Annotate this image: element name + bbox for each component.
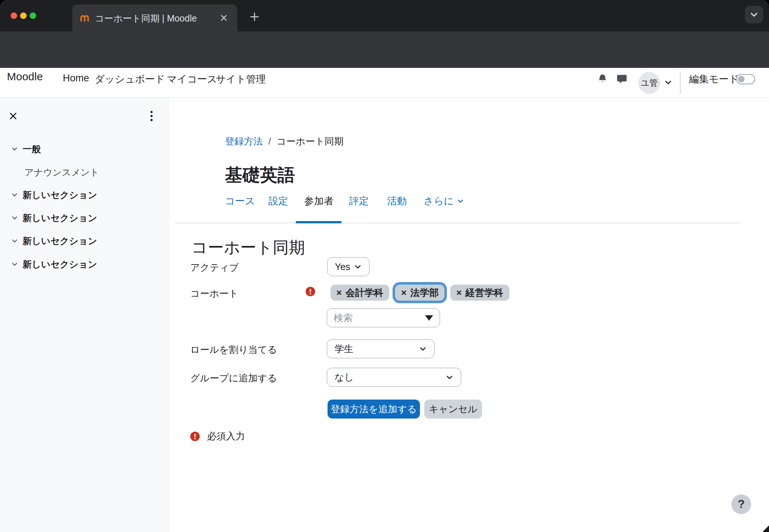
nav-site-admin[interactable]: サイト管理 (216, 73, 266, 86)
window-corner-artifact (762, 525, 769, 532)
drawer-menu-icon[interactable] (149, 110, 154, 122)
tabs-underline (175, 223, 741, 223)
tab-search-button[interactable] (745, 6, 763, 23)
moodle-favicon-icon (80, 13, 90, 23)
cohort-search-placeholder: 検索 (334, 312, 353, 324)
assign-role-value: 学生 (334, 343, 353, 355)
assign-role-label: ロールを割り当てる (190, 343, 277, 356)
nav-home[interactable]: Home (63, 73, 89, 84)
active-select-value: Yes (335, 261, 350, 273)
sidebar-item-section-4[interactable]: 新しいセクション (0, 258, 169, 270)
sidebar-item-general[interactable]: 一般 (0, 143, 169, 155)
tab-title: コーホート同期 | Moodle (95, 12, 197, 24)
cohort-tag-label: 法学部 (410, 286, 439, 299)
cohort-tag-label: 会計学科 (345, 286, 383, 299)
main-region: 登録方法 / コーホート同期 基礎英語 コース 設定 参加者 評定 活動 さらに… (169, 98, 769, 532)
window-close-button[interactable] (11, 12, 17, 19)
messages-icon[interactable] (616, 73, 627, 84)
drawer-close-icon[interactable] (9, 112, 18, 120)
tab-more[interactable]: さらに (424, 194, 464, 208)
sidebar-item-section-2[interactable]: 新しいセクション (0, 212, 169, 224)
sidebar-item-announcements[interactable]: アナウンスメント (0, 166, 169, 178)
tab-settings[interactable]: 設定 (268, 194, 288, 208)
active-label: アクティブ (190, 261, 239, 274)
form-heading: コーホート同期 (191, 237, 305, 258)
required-note: 必須入力 (190, 430, 245, 443)
dropdown-arrow-icon[interactable] (425, 315, 433, 321)
cohort-tag-label: 経営学科 (466, 286, 504, 299)
sidebar-item-section-1[interactable]: 新しいセクション (0, 189, 169, 201)
cancel-button[interactable]: キャンセル (424, 400, 482, 419)
chevron-down-icon[interactable] (11, 191, 18, 198)
assign-role-select[interactable]: 学生 (327, 339, 435, 358)
window-zoom-button[interactable] (30, 12, 36, 19)
new-tab-button[interactable] (249, 11, 260, 22)
tab-course[interactable]: コース (225, 194, 255, 208)
course-index-drawer: 一般 アナウンスメント 新しいセクション 新しいセクション 新しいセクション 新… (0, 98, 169, 532)
active-tab-indicator (296, 221, 341, 223)
required-icon (190, 432, 200, 441)
page-content: 一般 アナウンスメント 新しいセクション 新しいセクション 新しいセクション 新… (0, 98, 769, 532)
remove-tag-icon[interactable]: × (456, 287, 462, 298)
breadcrumb: 登録方法 / コーホート同期 (225, 135, 344, 148)
add-to-group-label: グループに追加する (190, 372, 277, 385)
browser-tab-strip: コーホート同期 | Moodle (0, 0, 769, 31)
nav-dashboard[interactable]: ダッシュボード (95, 73, 165, 86)
moodle-navbar: Moodle Home ダッシュボード マイコース サイト管理 ユ管 編集モード (0, 68, 769, 98)
cohort-tag-accounting[interactable]: × 会計学科 (330, 285, 389, 301)
screenshot-root: コーホート同期 | Moodle (0, 0, 769, 532)
add-method-button[interactable]: 登録方法を追加する (328, 400, 420, 419)
sidebar-item-label: アナウンスメント (24, 166, 99, 178)
cohort-tag-management[interactable]: × 経営学科 (450, 285, 509, 301)
edit-mode-toggle[interactable] (736, 74, 755, 84)
chevron-down-icon[interactable] (11, 214, 18, 221)
sidebar-item-label: 新しいセクション (23, 235, 97, 247)
window-minimize-button[interactable] (20, 12, 27, 19)
breadcrumb-current: コーホート同期 (276, 135, 344, 148)
add-to-group-value: なし (334, 371, 354, 384)
active-select[interactable]: Yes (327, 257, 370, 276)
tab-grades[interactable]: 評定 (349, 194, 369, 208)
user-initials: ユ管 (641, 77, 658, 89)
nav-my-courses[interactable]: マイコース (167, 73, 217, 86)
user-menu-chevron-icon[interactable] (664, 78, 673, 87)
chevron-down-icon[interactable] (11, 261, 18, 268)
sidebar-item-label: 新しいセクション (23, 258, 97, 270)
chevron-down-icon (354, 263, 362, 271)
chevron-down-icon (445, 373, 454, 381)
remove-tag-icon[interactable]: × (401, 287, 406, 298)
chevron-down-icon (749, 10, 759, 19)
edit-mode-label: 編集モード (689, 73, 739, 86)
tab-close-icon[interactable] (219, 13, 229, 23)
chevron-down-icon (457, 197, 464, 205)
help-button[interactable]: ? (731, 494, 751, 514)
sidebar-item-label: 一般 (23, 143, 41, 155)
navbar-divider (680, 72, 681, 94)
chevron-down-icon[interactable] (11, 237, 18, 244)
browser-tab[interactable]: コーホート同期 | Moodle (72, 4, 237, 31)
sidebar-item-section-3[interactable]: 新しいセクション (0, 235, 169, 247)
required-icon (306, 287, 315, 296)
breadcrumb-enrolment-methods-link[interactable]: 登録方法 (225, 135, 263, 148)
toggle-knob (738, 76, 745, 82)
tab-more-label: さらに (424, 194, 454, 208)
user-avatar[interactable]: ユ管 (638, 72, 660, 94)
cohort-tag-list: × 会計学科 × 法学部 × 経営学科 (330, 285, 509, 301)
notifications-bell-icon[interactable] (597, 73, 608, 84)
breadcrumb-separator: / (268, 136, 271, 147)
cohort-tag-law[interactable]: × 法学部 (395, 285, 444, 301)
add-to-group-select[interactable]: なし (327, 368, 461, 387)
sidebar-item-label: 新しいセクション (23, 189, 97, 201)
moodle-brand[interactable]: Moodle (7, 70, 43, 83)
chevron-down-icon (419, 345, 427, 353)
required-note-label: 必須入力 (207, 430, 245, 443)
remove-tag-icon[interactable]: × (336, 287, 342, 298)
tab-activities[interactable]: 活動 (387, 194, 407, 208)
sidebar-item-label: 新しいセクション (23, 212, 97, 224)
cohort-label: コーホート (190, 287, 238, 300)
tab-participants[interactable]: 参加者 (304, 194, 334, 208)
course-title: 基礎英語 (225, 163, 295, 187)
chevron-down-icon[interactable] (11, 145, 18, 153)
cohort-search-combobox[interactable]: 検索 (327, 308, 440, 327)
browser-toolbar: localhost/enrol/editinstance.php?type=co… (0, 31, 769, 68)
